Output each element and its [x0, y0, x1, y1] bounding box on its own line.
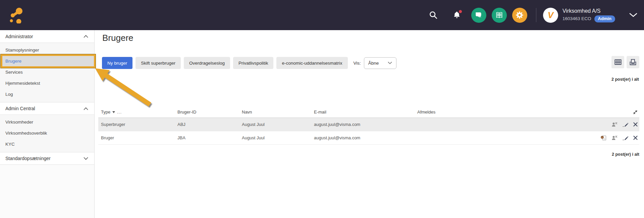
table-header-row: Type ... Bruger-ID Navn E-mail Afmeldes — [98, 106, 639, 118]
company-info[interactable]: Virksomhed A/S 1603463 ECO Admin — [562, 8, 615, 22]
column-bruger-id[interactable]: Bruger-ID — [175, 110, 239, 115]
user-permissions-icon[interactable] — [612, 122, 618, 127]
table-row-bruger: Bruger JBA August Juul august.juul@visma… — [98, 131, 639, 145]
sidebar: Administrator Stamoplysninger Brugere Se… — [0, 30, 95, 218]
company-number: 1603463 ECO — [562, 16, 591, 22]
edit-pencil-icon[interactable] — [623, 122, 628, 127]
vis-filter-value: Åbne — [368, 61, 379, 66]
cell-email: august.juul@visma.com — [311, 122, 415, 127]
table-layout-icon[interactable] — [611, 56, 624, 68]
topbar-actions: V Virksomhed A/S 1603463 ECO Admin — [428, 8, 637, 23]
print-icon[interactable] — [627, 56, 639, 68]
sidebar-items-administrator: Stamoplysninger Brugere Services Hjemmes… — [0, 43, 94, 102]
sidebar-item-virksomhedsoverblik[interactable]: Virksomhedsoverblik — [0, 128, 94, 139]
column-email[interactable]: E-mail — [311, 110, 415, 115]
uddannelsesmatrix-button[interactable]: e-conomic-uddannelsesmatrix — [276, 57, 347, 69]
profile-card-icon[interactable] — [600, 135, 607, 141]
section-label: Admin Central — [5, 106, 35, 111]
sidebar-section-administrator[interactable]: Administrator — [0, 30, 94, 43]
ny-bruger-button[interactable]: Ny bruger — [102, 57, 132, 69]
settings-gear-icon[interactable] — [512, 8, 527, 23]
sidebar-section-standardopsaetninger[interactable]: Standardopsætninger — [0, 152, 94, 165]
sidebar-section-admin-central[interactable]: Admin Central — [0, 102, 94, 115]
vis-filter-label: Vis: — [354, 61, 361, 66]
cell-type: Superbruger — [98, 122, 175, 127]
topbar: V Virksomhed A/S 1603463 ECO Admin — [0, 0, 644, 30]
users-table: Type ... Bruger-ID Navn E-mail Afmeldes … — [98, 106, 639, 157]
search-icon[interactable] — [428, 9, 439, 21]
skift-superbruger-button[interactable]: Skift superbruger — [136, 57, 181, 69]
section-label: Standardopsætninger — [5, 156, 51, 161]
chevron-down-icon — [84, 157, 88, 160]
record-count-top: 2 post(er) i alt — [611, 77, 639, 82]
delete-x-icon[interactable] — [633, 136, 638, 140]
cell-navn: August Juul — [239, 122, 311, 127]
chevron-down-icon[interactable] — [629, 13, 637, 17]
chevron-down-icon — [388, 62, 392, 64]
sidebar-item-virksomheder[interactable]: Virksomheder — [0, 117, 94, 128]
main-content: Brugere Ny bruger Skift superbruger Over… — [95, 30, 644, 218]
delete-x-icon[interactable] — [633, 122, 638, 127]
topbar-divider — [536, 8, 536, 22]
page-title: Brugere — [102, 33, 133, 43]
admin-badge: Admin — [594, 15, 615, 22]
cell-bruger-id: JBA — [175, 135, 239, 140]
row-actions — [581, 122, 639, 127]
row-actions — [581, 135, 639, 141]
notifications-bell-icon[interactable] — [451, 9, 463, 21]
view-actions — [611, 56, 639, 68]
column-afmeldes[interactable]: Afmeldes — [415, 110, 581, 115]
sidebar-item-stamoplysninger[interactable]: Stamoplysninger — [0, 45, 94, 56]
cell-type: Bruger — [98, 135, 175, 140]
company-name: Virksomhed A/S — [562, 8, 615, 14]
record-count-bottom: 2 post(er) i alt — [98, 152, 639, 157]
handbook-icon[interactable] — [492, 8, 507, 23]
section-label: Administrator — [5, 34, 33, 39]
collapse-table-icon[interactable] — [581, 110, 639, 115]
sidebar-item-services[interactable]: Services — [0, 67, 94, 78]
overdragelseslog-button[interactable]: Overdragelseslog — [184, 57, 230, 69]
privatlivspolitik-button[interactable]: Privatlivspolitik — [233, 57, 274, 69]
notification-dot — [459, 10, 462, 13]
sidebar-item-kyc[interactable]: KYC — [0, 139, 94, 150]
table-row-superbruger: Superbruger ABJ August Juul august.juul@… — [98, 118, 639, 131]
cell-email: august.juul@visma.com — [311, 135, 415, 140]
chevron-up-icon — [84, 107, 88, 110]
edit-pencil-icon[interactable] — [623, 135, 628, 141]
column-type-sortable[interactable]: Type ... — [98, 110, 175, 115]
user-permissions-icon[interactable] — [612, 135, 618, 140]
cell-bruger-id: ABJ — [175, 122, 239, 127]
toolbar: Ny bruger Skift superbruger Overdragelse… — [102, 57, 396, 69]
cell-navn: August Juul — [239, 135, 311, 140]
sidebar-item-brugere[interactable]: Brugere — [0, 56, 94, 67]
chevron-up-icon — [84, 35, 88, 38]
app-window: V Virksomhed A/S 1603463 ECO Admin Admin… — [0, 0, 644, 218]
sidebar-item-hjemmesidetekst[interactable]: Hjemmesidetekst — [0, 78, 94, 89]
sidebar-items-admin-central: Virksomheder Virksomhedsoverblik KYC — [0, 115, 94, 152]
econome-logo-icon[interactable] — [9, 7, 24, 23]
sidebar-item-log[interactable]: Log — [0, 89, 94, 100]
company-avatar[interactable]: V — [543, 8, 558, 23]
column-options[interactable]: ... — [117, 110, 122, 115]
sort-desc-icon — [112, 111, 115, 113]
chat-icon[interactable] — [471, 8, 486, 23]
column-navn[interactable]: Navn — [239, 110, 311, 115]
vis-filter-select[interactable]: Åbne — [364, 57, 396, 69]
